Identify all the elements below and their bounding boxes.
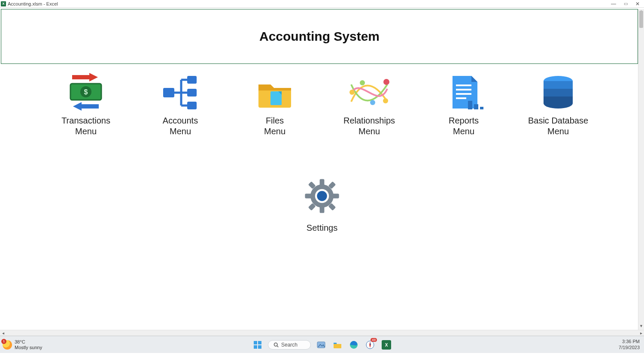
svg-point-13 bbox=[349, 90, 355, 95]
svg-rect-41 bbox=[258, 345, 261, 349]
transactions-menu-button[interactable]: $ TransactionsMenu bbox=[47, 72, 125, 137]
svg-rect-24 bbox=[474, 104, 478, 109]
menu-label: AccountsMenu bbox=[163, 115, 198, 137]
svg-marker-18 bbox=[471, 76, 477, 82]
svg-marker-1 bbox=[89, 73, 98, 81]
menu-label: RelationshipsMenu bbox=[343, 115, 395, 137]
database-icon bbox=[537, 72, 580, 113]
svg-line-43 bbox=[277, 346, 278, 347]
folder-file-icon bbox=[253, 72, 296, 113]
window-title: Accounting.xlsm - Excel bbox=[8, 1, 58, 6]
svg-rect-9 bbox=[187, 89, 197, 97]
folder-icon bbox=[333, 341, 342, 348]
settings-label: Settings bbox=[307, 223, 337, 233]
weather-description: Mostly sunny bbox=[15, 345, 42, 350]
settings-button[interactable]: Settings bbox=[283, 175, 361, 233]
photo-icon bbox=[317, 341, 325, 348]
files-menu-button[interactable]: FilesMenu bbox=[236, 72, 313, 137]
svg-rect-5 bbox=[82, 104, 99, 109]
taskbar-app-taskview[interactable] bbox=[315, 339, 327, 351]
maximize-button[interactable]: ▭ bbox=[624, 1, 628, 6]
svg-rect-22 bbox=[456, 97, 466, 99]
svg-rect-38 bbox=[254, 341, 257, 344]
minimize-button[interactable]: — bbox=[611, 1, 616, 7]
svg-point-17 bbox=[383, 98, 388, 103]
svg-text:X: X bbox=[385, 343, 388, 347]
main-menu-row: $ TransactionsMenu bbox=[0, 64, 644, 137]
taskbar-weather-widget[interactable]: 38°C Mostly sunny bbox=[3, 339, 42, 350]
edge-icon bbox=[349, 341, 358, 349]
svg-rect-23 bbox=[468, 101, 472, 109]
money-transfer-icon: $ bbox=[64, 72, 107, 113]
network-graph-icon bbox=[348, 72, 391, 113]
svg-rect-10 bbox=[187, 102, 197, 109]
page-title: Accounting System bbox=[259, 29, 380, 44]
svg-rect-7 bbox=[163, 88, 174, 97]
weather-icon bbox=[3, 340, 12, 350]
svg-rect-29 bbox=[320, 206, 325, 213]
taskbar-time: 3:36 PM bbox=[619, 339, 640, 344]
start-button[interactable] bbox=[252, 339, 264, 351]
gear-icon bbox=[301, 175, 343, 217]
svg-text:$: $ bbox=[84, 88, 88, 96]
svg-point-42 bbox=[274, 343, 278, 346]
svg-rect-11 bbox=[270, 91, 282, 105]
search-label: Search bbox=[281, 342, 298, 348]
hierarchy-icon bbox=[159, 72, 202, 113]
svg-point-15 bbox=[370, 100, 375, 105]
windows-taskbar: 38°C Mostly sunny Search 49 bbox=[0, 336, 644, 353]
horizontal-scrollbar[interactable]: ◂ ▸ bbox=[0, 330, 644, 336]
taskbar-clock[interactable]: 3:36 PM 7/19/2023 bbox=[619, 339, 640, 350]
scroll-thumb[interactable] bbox=[639, 11, 643, 28]
relationships-menu-button[interactable]: RelationshipsMenu bbox=[331, 72, 408, 137]
svg-rect-19 bbox=[456, 84, 471, 86]
accounts-menu-button[interactable]: AccountsMenu bbox=[142, 72, 219, 137]
svg-rect-31 bbox=[332, 194, 339, 199]
menu-label: TransactionsMenu bbox=[61, 115, 110, 137]
scroll-down-icon[interactable]: ▼ bbox=[638, 324, 644, 330]
svg-rect-40 bbox=[254, 345, 257, 349]
excel-icon: X bbox=[382, 340, 391, 350]
windows-logo-icon bbox=[253, 341, 262, 349]
svg-rect-28 bbox=[320, 179, 325, 186]
database-menu-button[interactable]: Basic DatabaseMenu bbox=[519, 72, 597, 137]
svg-rect-30 bbox=[305, 194, 312, 199]
compass-icon bbox=[366, 341, 374, 349]
title-banner: Accounting System bbox=[1, 9, 638, 64]
taskbar-app-explorer[interactable] bbox=[331, 339, 343, 351]
taskbar-search[interactable]: Search bbox=[268, 340, 311, 350]
svg-rect-25 bbox=[480, 107, 483, 109]
scroll-right-icon[interactable]: ▸ bbox=[638, 330, 644, 335]
vertical-scrollbar[interactable]: ▲ ▼ bbox=[638, 9, 644, 330]
svg-point-37 bbox=[317, 191, 327, 201]
worksheet-area: Accounting System $ Transa bbox=[0, 9, 644, 330]
weather-temperature: 38°C bbox=[15, 339, 42, 344]
close-button[interactable]: ✕ bbox=[635, 1, 640, 7]
taskbar-date: 7/19/2023 bbox=[619, 345, 640, 350]
svg-point-16 bbox=[383, 79, 389, 85]
notification-badge: 49 bbox=[371, 338, 377, 342]
menu-label: FilesMenu bbox=[264, 115, 286, 137]
reports-menu-button[interactable]: ReportsMenu bbox=[425, 72, 502, 137]
svg-rect-8 bbox=[187, 76, 197, 84]
report-chart-icon bbox=[442, 72, 485, 113]
taskbar-app-excel[interactable]: X bbox=[380, 339, 392, 351]
svg-point-14 bbox=[360, 80, 365, 85]
svg-rect-20 bbox=[456, 89, 471, 90]
taskbar-app-edge[interactable] bbox=[348, 339, 360, 351]
menu-label: Basic DatabaseMenu bbox=[528, 115, 588, 137]
svg-rect-45 bbox=[334, 343, 337, 344]
svg-rect-39 bbox=[258, 341, 261, 344]
excel-app-icon: X bbox=[1, 1, 6, 6]
svg-rect-0 bbox=[72, 75, 89, 79]
taskbar-app-mail[interactable]: 49 bbox=[364, 339, 376, 351]
svg-rect-21 bbox=[456, 93, 471, 95]
menu-label: ReportsMenu bbox=[449, 115, 479, 137]
svg-marker-6 bbox=[73, 102, 82, 111]
search-icon bbox=[273, 342, 279, 347]
scroll-left-icon[interactable]: ◂ bbox=[0, 330, 6, 335]
window-titlebar: X Accounting.xlsm - Excel — ▭ ✕ bbox=[0, 0, 644, 8]
